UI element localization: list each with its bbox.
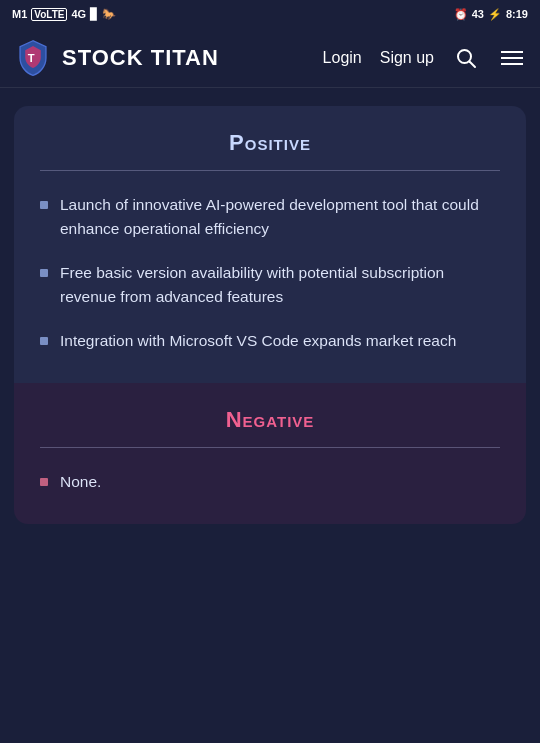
main-content: Positive Launch of innovative AI-powered… bbox=[0, 88, 540, 544]
negative-bullet-list: None. bbox=[40, 470, 500, 494]
brand-container: T STOCK TITAN bbox=[14, 39, 219, 77]
negative-title: Negative bbox=[40, 407, 500, 433]
status-right: ⏰ 43 ⚡ 8:19 bbox=[454, 8, 528, 21]
signup-link[interactable]: Sign up bbox=[380, 49, 434, 67]
positive-bullet-3: Integration with Microsoft VS Code expan… bbox=[40, 329, 500, 353]
positive-bullet-1: Launch of innovative AI-powered developm… bbox=[40, 193, 500, 241]
nav-links: Login Sign up bbox=[323, 44, 526, 72]
brand-name: STOCK TITAN bbox=[62, 45, 219, 71]
navbar: T STOCK TITAN Login Sign up bbox=[0, 28, 540, 88]
battery-text: 43 bbox=[472, 8, 484, 20]
extra-icon: 🐎 bbox=[102, 8, 116, 21]
positive-divider bbox=[40, 170, 500, 171]
positive-title: Positive bbox=[40, 130, 500, 156]
time-display: 8:19 bbox=[506, 8, 528, 20]
negative-card: Negative None. bbox=[14, 383, 526, 524]
positive-card: Positive Launch of innovative AI-powered… bbox=[14, 106, 526, 383]
network-type: VoLTE bbox=[31, 8, 67, 21]
positive-bullet-2: Free basic version availability with pot… bbox=[40, 261, 500, 309]
carrier-info: M1 VoLTE 4G ▊ 🐎 bbox=[12, 8, 116, 21]
carrier-text: M1 bbox=[12, 8, 27, 20]
logo-icon: T bbox=[14, 39, 52, 77]
charging-icon: ⚡ bbox=[488, 8, 502, 21]
svg-line-2 bbox=[470, 61, 476, 67]
status-bar: M1 VoLTE 4G ▊ 🐎 ⏰ 43 ⚡ 8:19 bbox=[0, 0, 540, 28]
login-link[interactable]: Login bbox=[323, 49, 362, 67]
negative-divider bbox=[40, 447, 500, 448]
positive-bullet-list: Launch of innovative AI-powered developm… bbox=[40, 193, 500, 353]
alarm-icon: ⏰ bbox=[454, 8, 468, 21]
search-icon[interactable] bbox=[452, 44, 480, 72]
negative-bullet-1: None. bbox=[40, 470, 500, 494]
network-4g: 4G bbox=[71, 8, 86, 20]
svg-text:T: T bbox=[28, 52, 35, 64]
signal-icon: ▊ bbox=[90, 8, 98, 21]
menu-icon[interactable] bbox=[498, 44, 526, 72]
